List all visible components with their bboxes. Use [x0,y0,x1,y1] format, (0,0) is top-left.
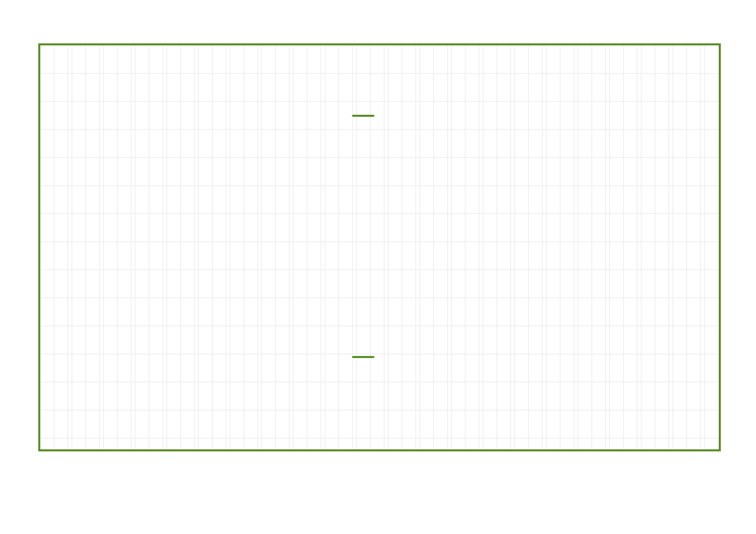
sheet-outer-border [38,43,721,451]
page [0,0,756,534]
text-caret-top-serif [352,115,374,117]
text-caret-bottom-serif [352,356,374,358]
